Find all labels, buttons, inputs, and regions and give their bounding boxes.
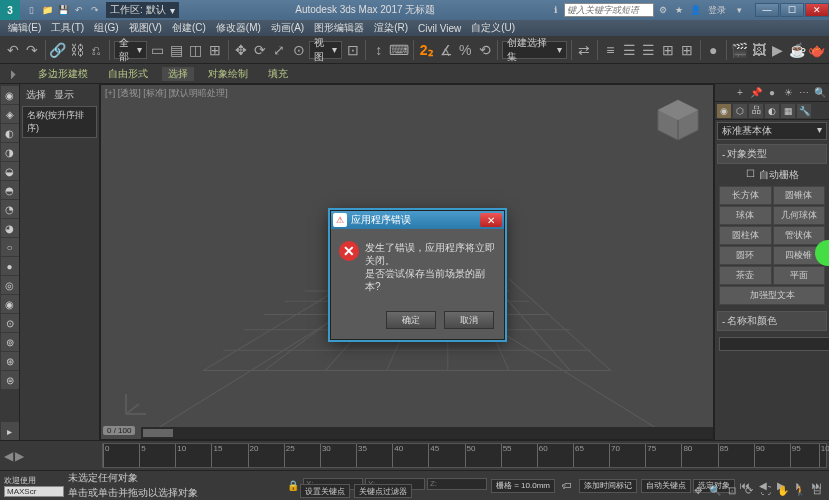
- schematic-button[interactable]: ⊞: [679, 39, 696, 61]
- percent-snap-button[interactable]: %: [457, 39, 474, 61]
- scene-tab-select[interactable]: 选择: [26, 88, 46, 102]
- lock-icon[interactable]: 🔒: [285, 478, 301, 494]
- tab-create[interactable]: ◉: [717, 104, 731, 118]
- btn-sphere[interactable]: 球体: [719, 206, 772, 225]
- lt-btn-11[interactable]: ◎: [1, 276, 19, 294]
- lt-btn-13[interactable]: ⊙: [1, 314, 19, 332]
- app-icon[interactable]: 3: [0, 0, 20, 20]
- close-button[interactable]: ✕: [805, 3, 829, 17]
- minimize-button[interactable]: —: [755, 3, 779, 17]
- select-name-button[interactable]: ▤: [168, 39, 185, 61]
- ribbon-tab-freeform[interactable]: 自由形式: [102, 67, 154, 81]
- lt-btn-5[interactable]: ◒: [1, 162, 19, 180]
- nav-min-icon[interactable]: ⊟: [809, 482, 825, 498]
- lt-btn-4[interactable]: ◑: [1, 143, 19, 161]
- setkey-button[interactable]: 设置关键点: [300, 484, 350, 498]
- ribbon-chevron-icon[interactable]: ⏵: [8, 67, 20, 81]
- scroll-thumb[interactable]: [143, 429, 173, 437]
- render-frame-button[interactable]: 🖼: [750, 39, 767, 61]
- layer2-button[interactable]: ☰: [640, 39, 657, 61]
- named-selection-dropdown[interactable]: 创建选择集▾: [502, 41, 567, 59]
- rp-gear-icon[interactable]: ☀: [781, 86, 795, 100]
- menu-customize[interactable]: 自定义(U): [467, 21, 519, 35]
- btn-cone[interactable]: 圆锥体: [773, 186, 826, 205]
- lt-btn-9[interactable]: ○: [1, 238, 19, 256]
- help-search-input[interactable]: [564, 3, 654, 17]
- lt-btn-6[interactable]: ◓: [1, 181, 19, 199]
- viewport-gizmo[interactable]: [121, 389, 151, 419]
- menu-views[interactable]: 视图(V): [125, 21, 166, 35]
- tab-display[interactable]: ▦: [781, 104, 795, 118]
- scene-tab-display[interactable]: 显示: [54, 88, 74, 102]
- btn-box[interactable]: 长方体: [719, 186, 772, 205]
- viewcube[interactable]: [653, 95, 703, 145]
- workspace-dropdown[interactable]: 工作区: 默认 ▾: [106, 2, 179, 18]
- redo-icon[interactable]: ↷: [88, 3, 102, 17]
- menu-modifiers[interactable]: 修改器(M): [212, 21, 265, 35]
- move-button[interactable]: ✥: [232, 39, 249, 61]
- tl-right-arrow-icon[interactable]: ▶: [15, 449, 24, 463]
- menu-civilview[interactable]: Civil View: [414, 23, 465, 34]
- tab-modify[interactable]: ⬡: [733, 104, 747, 118]
- scene-header[interactable]: 名称(按升序排序): [22, 106, 97, 138]
- spinner-snap-button[interactable]: ⟲: [476, 39, 493, 61]
- lt-btn-10[interactable]: ●: [1, 257, 19, 275]
- section-name-color[interactable]: -名称和颜色: [717, 311, 827, 331]
- dialog-titlebar[interactable]: ⚠ 应用程序错误 ✕: [331, 211, 504, 229]
- material-button[interactable]: ●: [705, 39, 722, 61]
- tab-hierarchy[interactable]: 品: [749, 104, 763, 118]
- btn-torus[interactable]: 圆环: [719, 246, 772, 265]
- section-object-type[interactable]: -对象类型: [717, 144, 827, 164]
- rp-dots-icon[interactable]: ⋯: [797, 86, 811, 100]
- nav-walk-icon[interactable]: 🚶: [792, 482, 808, 498]
- ribbon-tab-select[interactable]: 选择: [162, 67, 194, 81]
- lt-btn-15[interactable]: ⊛: [1, 352, 19, 370]
- keyfilter-button[interactable]: 关键点过滤器: [354, 484, 412, 498]
- mirror-button[interactable]: ⇄: [576, 39, 593, 61]
- dialog-close-button[interactable]: ✕: [480, 213, 502, 227]
- lt-btn-expand[interactable]: ▸: [1, 422, 19, 440]
- object-name-input[interactable]: [719, 337, 829, 351]
- ribbon-tab-polymodel[interactable]: 多边形建模: [32, 67, 94, 81]
- ribbon-tab-objpaint[interactable]: 对象绘制: [202, 67, 254, 81]
- login-label[interactable]: 登录: [708, 4, 726, 17]
- open-icon[interactable]: 📁: [40, 3, 54, 17]
- ribbon-tab-populate[interactable]: 填充: [262, 67, 294, 81]
- curve-editor-button[interactable]: ⊞: [659, 39, 676, 61]
- maxscript-label[interactable]: MAXScr: [4, 486, 64, 497]
- lt-btn-8[interactable]: ◕: [1, 219, 19, 237]
- time-tag-icon[interactable]: 🏷: [559, 478, 575, 494]
- lt-btn-3[interactable]: ◐: [1, 124, 19, 142]
- undo-icon[interactable]: ↶: [72, 3, 86, 17]
- keyboard-button[interactable]: ⌨: [389, 39, 409, 61]
- bind-button[interactable]: ⎌: [88, 39, 105, 61]
- redo-button[interactable]: ↷: [23, 39, 40, 61]
- window-crossing-button[interactable]: ⊞: [206, 39, 223, 61]
- nav-pan-icon[interactable]: ✥: [690, 482, 706, 498]
- viewport-hscroll[interactable]: [141, 427, 713, 439]
- selection-filter-dropdown[interactable]: 全部▾: [114, 41, 147, 59]
- save-icon[interactable]: 💾: [56, 3, 70, 17]
- star-icon[interactable]: ★: [672, 3, 686, 17]
- menu-edit[interactable]: 编辑(E): [4, 21, 45, 35]
- lt-btn-16[interactable]: ⊜: [1, 371, 19, 389]
- nav-zoom-icon[interactable]: 🔍: [707, 482, 723, 498]
- tl-left-arrow-icon[interactable]: ◀: [4, 449, 13, 463]
- rp-search-icon[interactable]: 🔍: [813, 86, 827, 100]
- tab-utilities[interactable]: 🔧: [797, 104, 811, 118]
- autokey-button[interactable]: 自动关键点: [641, 479, 691, 493]
- menu-graph[interactable]: 图形编辑器: [310, 21, 368, 35]
- snap-button[interactable]: 2₂: [418, 39, 435, 61]
- nav-fov-icon[interactable]: ⊡: [724, 482, 740, 498]
- rp-pin-icon[interactable]: 📌: [749, 86, 763, 100]
- dialog-cancel-button[interactable]: 取消: [444, 311, 494, 329]
- unlink-button[interactable]: ⛓: [69, 39, 86, 61]
- time-tag-field[interactable]: 添加时间标记: [579, 479, 637, 493]
- rp-circle-icon[interactable]: ●: [765, 86, 779, 100]
- select-button[interactable]: ▭: [149, 39, 166, 61]
- menu-render[interactable]: 渲染(R): [370, 21, 412, 35]
- scale-button[interactable]: ⤢: [271, 39, 288, 61]
- layer-button[interactable]: ☰: [621, 39, 638, 61]
- angle-snap-button[interactable]: ∡: [437, 39, 454, 61]
- align-button[interactable]: ≡: [602, 39, 619, 61]
